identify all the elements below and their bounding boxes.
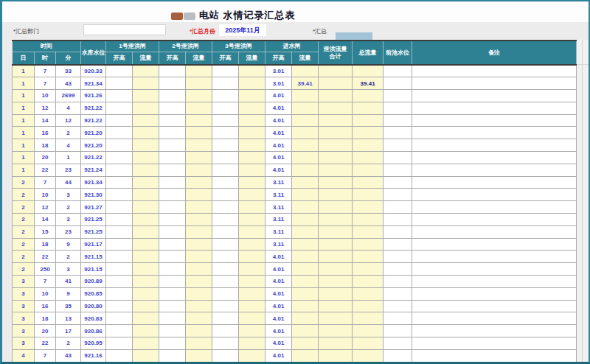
cell[interactable] — [133, 251, 159, 263]
cell[interactable] — [133, 238, 159, 251]
cell[interactable] — [292, 225, 319, 238]
cell[interactable] — [292, 152, 319, 164]
cell[interactable] — [106, 214, 133, 226]
cell[interactable]: 920.95 — [81, 337, 106, 350]
cell[interactable] — [239, 276, 266, 288]
cell[interactable] — [133, 114, 159, 127]
cell[interactable]: 921.26 — [81, 90, 106, 102]
cell[interactable] — [319, 164, 353, 176]
cell[interactable] — [319, 287, 353, 300]
cell[interactable]: 920.83 — [81, 312, 106, 325]
cell[interactable]: 4.01 — [266, 102, 292, 114]
cell[interactable]: 12 — [35, 102, 56, 114]
cell[interactable] — [186, 201, 212, 214]
cell[interactable]: 3 — [56, 189, 81, 201]
cell[interactable]: 16 — [35, 300, 56, 312]
cell[interactable] — [239, 287, 266, 300]
cell[interactable]: 43 — [56, 349, 81, 362]
cell[interactable] — [186, 114, 212, 127]
cell[interactable]: 921.17 — [81, 238, 106, 251]
cell[interactable] — [412, 139, 577, 152]
cell[interactable] — [239, 337, 266, 350]
cell[interactable] — [106, 337, 133, 350]
cell[interactable] — [133, 225, 159, 238]
cell[interactable] — [412, 263, 577, 276]
cell[interactable]: 3 — [13, 300, 35, 312]
cell[interactable]: 18 — [35, 139, 56, 152]
cell[interactable]: 3.11 — [266, 201, 292, 214]
month-value-field[interactable]: 2025年11月 — [219, 24, 266, 36]
cell[interactable] — [384, 337, 412, 350]
cell[interactable]: 4.01 — [266, 90, 292, 102]
cell[interactable]: 920.86 — [81, 325, 106, 337]
cell[interactable] — [133, 349, 159, 362]
cell[interactable] — [159, 312, 186, 325]
cell[interactable] — [353, 337, 384, 350]
cell[interactable]: 920.33 — [81, 65, 106, 77]
cell[interactable] — [319, 102, 353, 114]
cell[interactable]: 13 — [56, 312, 81, 325]
cell[interactable]: 4 — [13, 349, 35, 362]
cell[interactable]: 920.80 — [81, 300, 106, 312]
cell[interactable] — [319, 214, 353, 226]
cell[interactable] — [239, 349, 266, 362]
cell[interactable] — [412, 287, 577, 300]
cell[interactable] — [353, 114, 384, 127]
cell[interactable] — [412, 90, 577, 102]
cell[interactable] — [319, 201, 353, 214]
cell[interactable] — [212, 102, 239, 114]
cell[interactable] — [292, 238, 319, 251]
cell[interactable]: 3.01 — [266, 65, 292, 77]
cell[interactable] — [106, 263, 133, 276]
cell[interactable] — [319, 114, 353, 127]
cell[interactable] — [186, 77, 212, 90]
cell[interactable] — [133, 176, 159, 189]
cell[interactable] — [159, 251, 186, 263]
cell[interactable] — [384, 77, 412, 90]
cell[interactable] — [412, 77, 577, 90]
cell[interactable] — [292, 127, 319, 139]
cell[interactable] — [319, 189, 353, 201]
cell[interactable] — [186, 349, 212, 362]
cell[interactable] — [212, 65, 239, 77]
cell[interactable]: 3 — [13, 287, 35, 300]
cell[interactable]: 2 — [13, 201, 35, 214]
cell[interactable]: 2 — [56, 201, 81, 214]
cell[interactable] — [159, 176, 186, 189]
cell[interactable] — [353, 214, 384, 226]
cell[interactable] — [353, 276, 384, 288]
cell[interactable] — [353, 189, 384, 201]
cell[interactable]: 22 — [35, 164, 56, 176]
cell[interactable] — [239, 312, 266, 325]
cell[interactable] — [239, 176, 266, 189]
cell[interactable]: 3.11 — [266, 238, 292, 251]
cell[interactable] — [239, 90, 266, 102]
cell[interactable] — [353, 201, 384, 214]
cell[interactable] — [106, 102, 133, 114]
cell[interactable] — [212, 152, 239, 164]
cell[interactable] — [319, 263, 353, 276]
cell[interactable] — [106, 139, 133, 152]
cell[interactable]: 4.01 — [266, 276, 292, 288]
cell[interactable] — [133, 139, 159, 152]
cell[interactable] — [186, 225, 212, 238]
cell[interactable] — [212, 164, 239, 176]
cell[interactable] — [106, 349, 133, 362]
cell[interactable] — [186, 164, 212, 176]
cell[interactable]: 41 — [56, 276, 81, 288]
cell[interactable] — [239, 225, 266, 238]
cell[interactable] — [159, 225, 186, 238]
cell[interactable] — [133, 287, 159, 300]
cell[interactable] — [292, 287, 319, 300]
cell[interactable]: 18 — [35, 238, 56, 251]
cell[interactable]: 22 — [35, 337, 56, 350]
cell[interactable]: 4.01 — [266, 152, 292, 164]
cell[interactable]: 35 — [56, 300, 81, 312]
cell[interactable] — [319, 251, 353, 263]
cell[interactable]: 3 — [13, 325, 35, 337]
cell[interactable]: 921.15 — [81, 251, 106, 263]
cell[interactable]: 4.01 — [266, 127, 292, 139]
cell[interactable] — [186, 176, 212, 189]
cell[interactable] — [384, 300, 412, 312]
cell[interactable]: 10 — [35, 189, 56, 201]
